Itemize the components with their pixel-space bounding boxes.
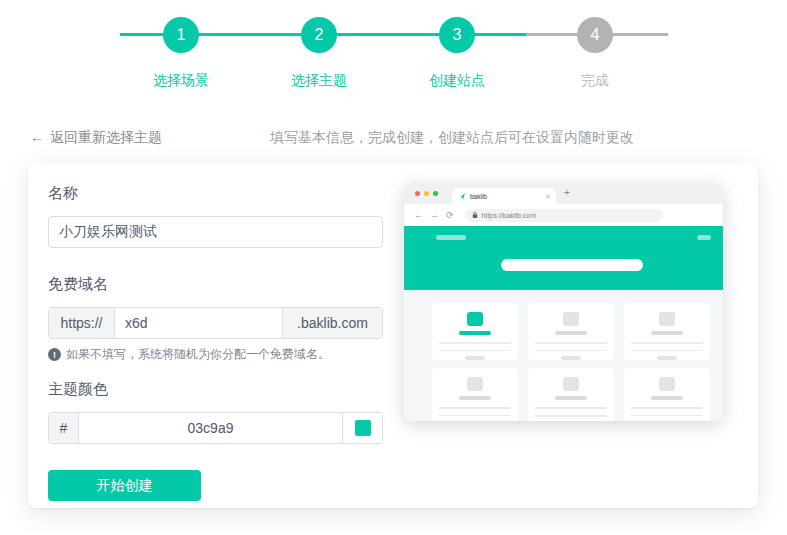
preview-card (528, 303, 614, 360)
step-3: 3 创建站点 (388, 17, 526, 90)
step-3-label: 创建站点 (388, 72, 526, 90)
page-description: 填写基本信息，完成创建，创建站点后可在设置内随时更改 (270, 129, 634, 147)
preview-content (404, 290, 723, 421)
wizard-stepper: 1 选择场景 2 选择主题 3 创建站点 4 完成 (112, 17, 664, 90)
step-1: 1 选择场景 (112, 17, 250, 90)
step-2: 2 选择主题 (250, 17, 388, 90)
hash-prefix: # (49, 413, 79, 443)
browser-tab: baklib × (452, 188, 556, 204)
browser-url-row: ← → ⟳ https://baklib.com (404, 204, 723, 226)
color-swatch-cell (342, 413, 382, 443)
site-name-input[interactable] (48, 216, 383, 248)
tab-close-icon: × (546, 193, 550, 200)
baklib-logo-icon (458, 192, 466, 200)
nav-back-icon: ← (414, 210, 423, 220)
lock-icon (472, 211, 478, 219)
color-label: 主题颜色 (48, 379, 383, 399)
minimize-window-icon (424, 191, 429, 196)
address-bar: https://baklib.com (465, 209, 663, 222)
step-2-label: 选择主题 (250, 72, 388, 90)
back-to-theme-link[interactable]: ←返回重新选择主题 (30, 129, 162, 147)
domain-protocol-prefix: https:// (49, 308, 115, 338)
browser-chrome: baklib × + (404, 183, 723, 204)
step-1-circle: 1 (163, 17, 199, 53)
step-2-circle: 2 (301, 17, 337, 53)
subdomain-input[interactable] (115, 308, 282, 338)
domain-label: 免费域名 (48, 274, 383, 294)
back-arrow-icon: ← (30, 129, 44, 145)
preview-card (432, 368, 518, 421)
preview-logo-placeholder (436, 235, 466, 240)
site-preview-mockup: baklib × + ← → ⟳ https://baklib.com (404, 183, 723, 421)
name-label: 名称 (48, 183, 383, 203)
color-swatch[interactable] (355, 420, 371, 436)
color-input-group: # (48, 412, 383, 444)
new-tab-icon: + (564, 187, 570, 198)
preview-menu-placeholder (697, 235, 711, 240)
preview-hero (404, 226, 723, 290)
theme-color-input[interactable] (79, 413, 342, 443)
domain-hint-text: 如果不填写，系统将随机为你分配一个免费域名。 (66, 346, 330, 363)
back-link-label: 返回重新选择主题 (50, 129, 162, 145)
preview-card-grid (432, 303, 710, 421)
close-window-icon (415, 191, 420, 196)
traffic-lights (415, 191, 438, 196)
preview-search-placeholder (501, 259, 643, 271)
nav-forward-icon: → (430, 210, 439, 220)
preview-card (432, 303, 518, 360)
step-4-label: 完成 (526, 72, 664, 90)
preview-card (528, 368, 614, 421)
create-site-card: 名称 免费域名 https:// .baklib.com 如果不填写，系统将随机… (28, 163, 758, 508)
maximize-window-icon (433, 191, 438, 196)
address-url: https://baklib.com (482, 212, 536, 219)
step-4-circle: 4 (577, 17, 613, 53)
step-4: 4 完成 (526, 17, 664, 90)
step-1-label: 选择场景 (112, 72, 250, 90)
preview-card (624, 303, 710, 360)
step-3-circle: 3 (439, 17, 475, 53)
domain-suffix: .baklib.com (282, 308, 382, 338)
nav-reload-icon: ⟳ (446, 210, 454, 220)
domain-hint: 如果不填写，系统将随机为你分配一个免费域名。 (48, 346, 383, 363)
site-form: 名称 免费域名 https:// .baklib.com 如果不填写，系统将随机… (48, 183, 383, 501)
domain-input-group: https:// .baklib.com (48, 307, 383, 339)
info-icon (48, 348, 61, 361)
preview-card (624, 368, 710, 421)
tab-title: baklib (470, 193, 487, 200)
start-create-button[interactable]: 开始创建 (48, 470, 201, 501)
